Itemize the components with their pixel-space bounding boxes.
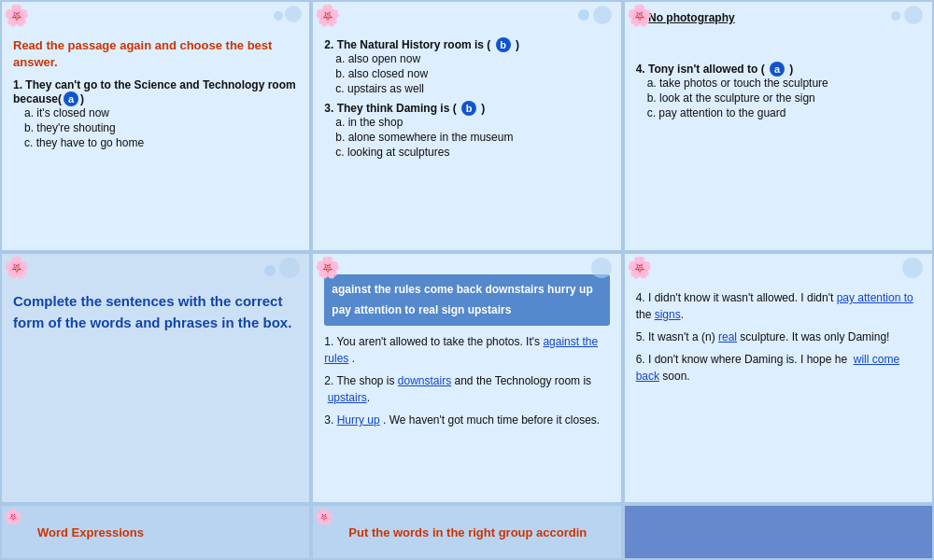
sentence-6: 6. I don't know where Daming is. I hope … bbox=[636, 351, 921, 385]
sentence-5: 5. It wasn't a (n) real sculpture. It wa… bbox=[636, 329, 921, 345]
main-grid: 🌸 Read the passage again and choose the … bbox=[0, 0, 934, 560]
q3-label: 3. They think Daming is ( b ) bbox=[324, 101, 609, 116]
read-passage-title: Read the passage again and choose the be… bbox=[13, 37, 298, 71]
cell-bottom-mid: 🌸 Put the words in the right group accor… bbox=[311, 504, 622, 560]
q1-number: 1. They can't go to the Science and Tech… bbox=[13, 78, 298, 106]
bubble-6 bbox=[891, 11, 900, 21]
answer-b-badge-1: b bbox=[496, 37, 511, 52]
flower-decoration-7: 🌸 bbox=[4, 508, 22, 525]
flower-decoration-1: 🌸 bbox=[4, 4, 29, 28]
complete-sentences-title: Complete the sentences with the correct … bbox=[13, 291, 298, 333]
bubble-1 bbox=[285, 6, 302, 22]
flower-decoration-5: 🌸 bbox=[315, 256, 340, 280]
answer-a-badge-2: a bbox=[770, 62, 785, 77]
option-2c: c. upstairs as well bbox=[335, 82, 609, 95]
cell-mid-right: 🌸 4. I didn't know it wasn't allowed. I … bbox=[623, 252, 934, 504]
bubble-2 bbox=[274, 11, 283, 21]
option-4a: a. take photos or touch the sculpture bbox=[647, 77, 921, 90]
option-1c: c. they have to go home bbox=[24, 136, 298, 149]
bubble-4 bbox=[578, 9, 589, 21]
cell-bottom-right bbox=[623, 504, 934, 560]
option-3b: b. alone somewhere in the museum bbox=[335, 131, 609, 144]
q2-label: 2. The Natural History room is ( b ) bbox=[324, 37, 609, 52]
word-box: against the rules come back downstairs h… bbox=[324, 274, 609, 326]
bubble-3 bbox=[593, 6, 612, 24]
flower-decoration-8: 🌸 bbox=[315, 508, 333, 525]
cell-top-mid: 🌸 2. The Natural History room is ( b ) a… bbox=[311, 0, 622, 252]
bubble-5 bbox=[904, 6, 923, 24]
flower-decoration-3: 🌸 bbox=[627, 4, 652, 28]
bubble-7 bbox=[279, 258, 300, 278]
option-4c: c. pay attention to the guard bbox=[647, 106, 921, 119]
answer-a-badge: a bbox=[64, 91, 78, 106]
answer-b-badge-2: b bbox=[461, 101, 476, 116]
flower-decoration-2: 🌸 bbox=[315, 4, 340, 28]
option-2a: a. also open now bbox=[335, 52, 609, 65]
bubble-9 bbox=[591, 258, 612, 278]
no-photo-label: 4. No photography bbox=[636, 11, 921, 24]
cell-bottom-left: 🌸 Word Expressions bbox=[0, 504, 311, 560]
cell-mid-center: 🌸 against the rules come back downstairs… bbox=[311, 252, 622, 504]
option-3c: c. looking at sculptures bbox=[335, 146, 609, 159]
q4-label: 4. Tony isn't allowed to ( a ) bbox=[636, 62, 921, 77]
flower-decoration-4: 🌸 bbox=[4, 256, 29, 280]
bubble-8 bbox=[264, 265, 276, 276]
sentence-1: 1. You aren't allowed to take the photos… bbox=[324, 333, 609, 367]
option-3a: a. in the shop bbox=[335, 116, 609, 129]
sentence-3: 3. Hurry up . We haven't got much time b… bbox=[324, 412, 609, 428]
sentence-4: 4. I didn't know it wasn't allowed. I di… bbox=[636, 289, 921, 323]
flower-decoration-6: 🌸 bbox=[627, 256, 652, 280]
option-2b: b. also closed now bbox=[335, 67, 609, 80]
word-expressions-label: Word Expressions bbox=[37, 525, 144, 539]
sentence-2: 2. The shop is downstairs and the Techno… bbox=[324, 372, 609, 406]
cell-top-left: 🌸 Read the passage again and choose the … bbox=[0, 0, 311, 252]
cell-mid-left: 🌸 Complete the sentences with the correc… bbox=[0, 252, 311, 504]
put-words-label: Put the words in the right group accordi… bbox=[348, 525, 587, 539]
cell-top-right: 🌸 4. No photography 4. Tony isn't allowe… bbox=[623, 0, 934, 252]
option-4b: b. look at the sculpture or the sign bbox=[647, 91, 921, 105]
option-1b: b. they're shouting bbox=[24, 121, 298, 134]
bubble-10 bbox=[902, 258, 923, 278]
option-1a: a. it's closed now bbox=[24, 106, 298, 119]
